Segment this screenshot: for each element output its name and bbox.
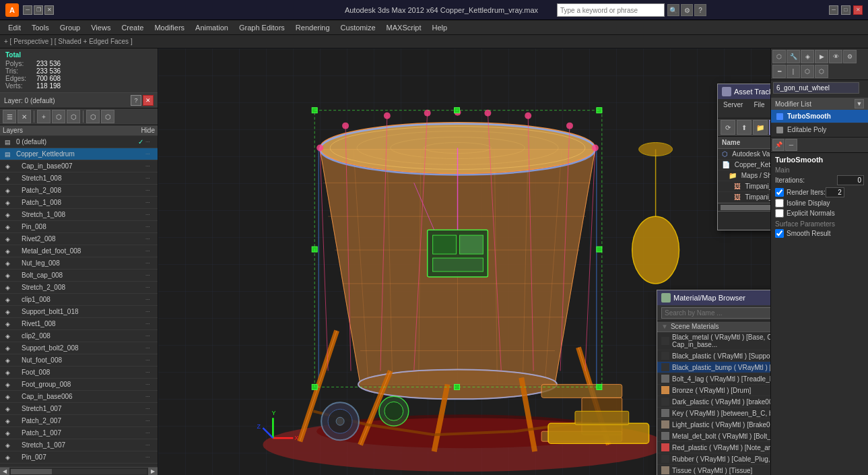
- list-item[interactable]: ◈ Support_bolt2_008 ···: [0, 342, 158, 354]
- hide-btn[interactable]: Hide: [141, 127, 155, 134]
- scroll-right-btn[interactable]: ▶: [148, 468, 158, 476]
- search-btn[interactable]: 🔍: [667, 4, 679, 16]
- list-item[interactable]: ◈ Pin_008 ···: [0, 221, 158, 233]
- remove-mod-btn[interactable]: ─: [785, 139, 797, 151]
- list-item[interactable]: ◈ Cap_in_base006 ···: [0, 391, 158, 403]
- at-folder-btn[interactable]: 📁: [753, 120, 768, 135]
- menu-group[interactable]: Group: [55, 20, 86, 35]
- layer-help-btn[interactable]: ?: [131, 95, 141, 106]
- ri-create-btn[interactable]: ⬡: [772, 50, 786, 63]
- at-refresh-btn[interactable]: ⟳: [721, 120, 735, 135]
- list-item[interactable]: ◈ Stretch_1_007 ···: [0, 439, 158, 451]
- at-scrollbar-thumb[interactable]: [721, 205, 770, 210]
- menu-help[interactable]: Help: [427, 20, 453, 35]
- menu-graph-editors[interactable]: Graph Editors: [234, 20, 290, 35]
- list-item[interactable]: Red_plastic ( VRayMtl ) [Note_arrow, Pat…: [657, 442, 770, 453]
- at-scrollbar-track[interactable]: [721, 205, 770, 210]
- ri-modify-btn[interactable]: 🔧: [787, 50, 800, 63]
- ri-motion-btn[interactable]: ▶: [815, 50, 828, 63]
- list-item[interactable]: Bolt_4_lag ( VRayMtl ) [Treadle_bolt_01,…: [657, 373, 770, 385]
- list-item[interactable]: ◈ Metal_det_foot_008 ···: [0, 245, 158, 257]
- ri-btn2c[interactable]: ⬡: [801, 65, 814, 78]
- list-item[interactable]: Rubber ( VRayMtl ) [Cable_Plug, Cablel_h…: [657, 453, 770, 465]
- help-btn[interactable]: ?: [694, 4, 706, 16]
- menu-views[interactable]: Views: [86, 20, 116, 35]
- restore-btn[interactable]: ❐: [34, 5, 43, 15]
- at-grid-btn[interactable]: ▦: [769, 120, 770, 135]
- mb-search-input[interactable]: [661, 307, 770, 319]
- table-row[interactable]: 📄 Copper_Kettledrum_vray.max Ok: [718, 160, 770, 170]
- menu-animation[interactable]: Animation: [190, 20, 234, 35]
- titlebar-min[interactable]: ─: [829, 5, 838, 15]
- layer-toggle1-btn[interactable]: ⬡: [86, 110, 100, 123]
- at-import-btn[interactable]: ⬆: [737, 120, 752, 135]
- list-item[interactable]: Bronze ( VRayMtl ) [Drum]: [657, 385, 770, 396]
- list-item[interactable]: Dark_plastic ( VRayMtl ) [brake007, brak…: [657, 396, 770, 408]
- modifier-item-turbosmooth[interactable]: TurboSmooth: [771, 110, 868, 123]
- viewport-3d[interactable]: X Y Z: [158, 49, 770, 475]
- list-item[interactable]: ◈ Stretch_2_008 ···: [0, 282, 158, 294]
- ts-iterations-input[interactable]: [837, 175, 864, 185]
- layer-delete-btn[interactable]: ✕: [18, 110, 31, 123]
- min-btn[interactable]: ─: [23, 5, 32, 15]
- menu-create[interactable]: Create: [116, 20, 149, 35]
- at-menu-server[interactable]: Server: [721, 100, 745, 117]
- layer-menu-btn[interactable]: ☰: [3, 110, 16, 123]
- modifier-dropdown-btn[interactable]: ▼: [855, 99, 864, 108]
- list-item[interactable]: ◈ Nut_leg_008 ···: [0, 257, 158, 270]
- menu-edit[interactable]: Edit: [3, 20, 26, 35]
- layer-toggle2-btn[interactable]: ⬡: [101, 110, 114, 123]
- modifier-item-editable-poly[interactable]: Editable Poly: [771, 123, 868, 137]
- ri-utilities-btn[interactable]: ⚙: [843, 50, 857, 63]
- list-item[interactable]: ◈ Pin_007 ···: [0, 451, 158, 464]
- modifier-name-input[interactable]: [773, 82, 859, 94]
- table-row[interactable]: 🖼 Timpani_bump.png Found: [718, 181, 770, 192]
- menu-maxscript[interactable]: MAXScript: [381, 20, 427, 35]
- list-item[interactable]: ◈ Bolt_cap_008 ···: [0, 270, 158, 282]
- ri-hierarchy-btn[interactable]: ◈: [801, 50, 814, 63]
- list-item[interactable]: ◈ Stretch1_008 ···: [0, 172, 158, 185]
- list-item[interactable]: ▤ Copper_Kettledrum ···: [0, 148, 158, 160]
- ri-btn2a[interactable]: ━: [772, 65, 786, 78]
- search-options-btn[interactable]: ⚙: [681, 4, 693, 16]
- list-item[interactable]: ◈ Cap_in_base007 ···: [0, 160, 158, 172]
- close-btn[interactable]: ✕: [44, 5, 54, 15]
- list-item[interactable]: Black_metal ( VRayMtl ) [Base, Cap_in_ba…: [657, 332, 770, 350]
- search-input[interactable]: [557, 3, 665, 17]
- list-item[interactable]: Metal_det_bolt ( VRayMtl ) [Bolt_cap_001…: [657, 431, 770, 442]
- list-item[interactable]: ◈ Foot_008 ···: [0, 367, 158, 379]
- at-horizontal-scrollbar[interactable]: [718, 203, 770, 211]
- ri-btn2b[interactable]: |: [787, 65, 800, 78]
- at-menu-file[interactable]: File: [751, 100, 767, 117]
- table-row[interactable]: 🖼 Timpani_diffuse.png Found: [718, 192, 770, 203]
- layer-close-btn[interactable]: ✕: [143, 95, 154, 106]
- list-item[interactable]: ◈ Rivet2_008 ···: [0, 233, 158, 245]
- ri-display-btn[interactable]: 👁: [829, 50, 842, 63]
- layer-move1-btn[interactable]: ⬡: [52, 110, 65, 123]
- scrollbar-thumb[interactable]: [11, 469, 52, 474]
- list-item[interactable]: ◈ Patch_1_007 ···: [0, 427, 158, 439]
- ri-btn2d[interactable]: ⬡: [815, 65, 828, 78]
- ts-render-iters-check[interactable]: [775, 188, 784, 197]
- scrollbar-track[interactable]: [11, 469, 147, 474]
- layer-horizontal-scrollbar[interactable]: ◀ ▶: [0, 467, 158, 475]
- layer-add-btn[interactable]: +: [37, 110, 51, 123]
- list-item[interactable]: ◈ clip1_008 ···: [0, 294, 158, 306]
- list-item[interactable]: ◈ Patch_1_008 ···: [0, 197, 158, 209]
- ts-explicit-check[interactable]: [775, 209, 784, 218]
- menu-customize[interactable]: Customize: [335, 20, 381, 35]
- titlebar-close[interactable]: ✕: [853, 5, 863, 15]
- layer-move2-btn[interactable]: ⬡: [67, 110, 80, 123]
- list-item[interactable]: ◈ Rivet1_008 ···: [0, 318, 158, 330]
- list-item[interactable]: Black_plastic_bump ( VRayMtl ) [6_gon_nu…: [657, 362, 770, 373]
- menu-tools[interactable]: Tools: [26, 20, 55, 35]
- list-item[interactable]: Tissue ( VRayMtl ) [Tissue]: [657, 465, 770, 475]
- ts-smooth-check[interactable]: [775, 229, 784, 238]
- list-item[interactable]: Key ( VRayMtl ) [between_B_C, between_C_…: [657, 408, 770, 419]
- titlebar-max[interactable]: □: [841, 5, 850, 15]
- list-item[interactable]: ◈ Stretch_1_008 ···: [0, 209, 158, 221]
- list-item[interactable]: Black_plastic ( VRayMtl ) [Support_plast…: [657, 350, 770, 362]
- list-item[interactable]: ◈ Support_bolt1_018 ···: [0, 306, 158, 318]
- menu-rendering[interactable]: Rendering: [290, 20, 335, 35]
- ts-render-iters-input[interactable]: [826, 187, 844, 197]
